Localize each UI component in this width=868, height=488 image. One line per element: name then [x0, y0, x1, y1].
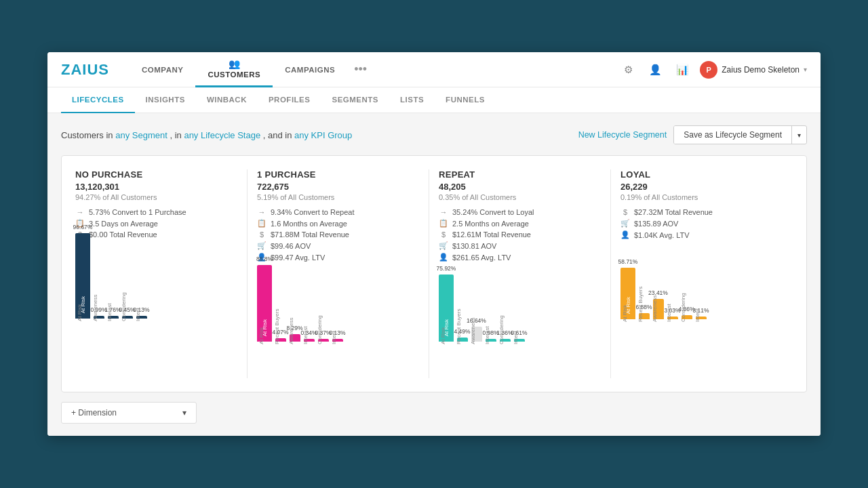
filter-mid1: , in [170, 130, 184, 140]
stat-text: 2.5 Months on Average [452, 220, 529, 228]
stat-icon: 👤 [620, 230, 630, 239]
bar-group-awareness: 16.64%Awareness [471, 327, 482, 378]
stat-icon: → [257, 208, 267, 216]
bar-label-0: At Risk [622, 288, 628, 322]
stat-text: $261.65 Avg. LTV [452, 253, 511, 262]
bar-group-interest: 0.98%Interest [485, 339, 496, 378]
bar-label-2: Interest [106, 287, 113, 321]
chart-icon[interactable]: 📊 [673, 60, 692, 79]
cards-row: NO PURCHASE13,120,30194.27% of All Custo… [61, 155, 807, 392]
filter-prefix: Customers in [61, 130, 115, 140]
dimension-bar: + Dimension ▾ [61, 402, 807, 424]
user-avatar: P [700, 61, 717, 79]
bar-label-4: Considering [317, 310, 323, 344]
content-area: Customers in any Segment , in any Lifecy… [47, 113, 821, 436]
card-title-loyal: LOYAL [620, 169, 793, 180]
save-segment-btn: Save as Lifecycle Segment ▾ [673, 125, 807, 144]
gear-icon[interactable]: ⚙ [618, 60, 637, 79]
chart-no-purchase: 96.67%At RiskAt Risk0.99%Awareness1.76%I… [75, 247, 236, 355]
dimension-label: + Dimension [71, 408, 117, 418]
bar-group-interest: 3.03%Interest [667, 317, 678, 356]
nav-item-campaigns[interactable]: CAMPAIGNS [273, 52, 347, 87]
bar-group-at-risk: 86.8%At RiskAt Risk [257, 265, 272, 378]
nav-items: COMPANY 👥 CUSTOMERS CAMPAIGNS ••• [130, 52, 618, 87]
bar-group-intent: 3.11%Intent [695, 317, 707, 356]
stat-text: $130.81 AOV [452, 242, 496, 250]
stat-text: 35.24% Convert to Loyal [452, 208, 534, 216]
stat-text: 1.6 Months on Average [271, 220, 347, 228]
sub-nav-lists[interactable]: LISTS [389, 87, 435, 113]
logo: ZAIUS [61, 61, 109, 79]
bar-label-4: Considering [680, 288, 686, 322]
stat-icon: → [75, 208, 85, 216]
bar-group-recent-buyers: 4.49%Recent Buyers [456, 338, 468, 378]
stat-icon: 🛒 [439, 241, 448, 250]
bar-group-considering: 0.45%Considering [121, 316, 133, 355]
app-background: ZAIUS COMPANY 👥 CUSTOMERS CAMPAIGNS ••• … [0, 0, 868, 488]
card-one-purchase: 1 PURCHASE722,6755.19% of All Customers→… [257, 169, 429, 378]
save-segment-caret-button[interactable]: ▾ [792, 127, 806, 143]
bar-label-2: Awareness [470, 310, 476, 344]
nav-more-button[interactable]: ••• [347, 62, 374, 77]
card-stats-no-purchase: →5.73% Convert to 1 Purchase📋3.5 Days on… [75, 208, 236, 239]
save-segment-main-button[interactable]: Save as Lifecycle Segment [674, 126, 792, 144]
stat-row-one-purchase-2: $$71.88M Total Revenue [257, 230, 418, 239]
stat-text: $99.47 Avg. LTV [271, 253, 325, 262]
stat-row-one-purchase-0: →9.34% Convert to Repeat [257, 208, 418, 216]
sub-nav-funnels[interactable]: FUNNELS [435, 87, 496, 113]
card-count-one-purchase: 722,675 [257, 182, 418, 192]
card-pct-loyal: 0.19% of All Customers [620, 193, 793, 201]
bar-label-1: Awareness [92, 287, 98, 321]
stat-row-repeat-4: 👤$261.65 Avg. LTV [439, 253, 599, 262]
stat-icon: 📋 [439, 219, 448, 228]
bar-group-at-risk: 58.71%At RiskAt Risk [620, 268, 635, 356]
nav-right: ⚙ 👤 📊 P Zaius Demo Skeleton ▾ [618, 60, 807, 79]
stat-row-no-purchase-1: 📋3.5 Days on Average [75, 219, 236, 228]
sub-nav-lifecycles[interactable]: LIFECYCLES [61, 87, 135, 113]
stat-text: 3.5 Days on Average [89, 220, 158, 228]
card-pct-one-purchase: 5.19% of All Customers [257, 193, 418, 201]
stat-icon: 👤 [439, 253, 448, 262]
card-count-no-purchase: 13,120,301 [75, 182, 236, 192]
bar-group-intent: 0.13%Intent [332, 339, 343, 378]
stat-text: $99.46 AOV [271, 242, 311, 250]
bar-label-3: Interest [666, 288, 672, 322]
nav-item-company[interactable]: COMPANY [130, 52, 195, 87]
user-name: Zaius Demo Skeleton [722, 65, 800, 75]
bar-label-0: At Risk [77, 287, 83, 321]
stat-row-no-purchase-0: →5.73% Convert to 1 Purchase [75, 208, 236, 216]
bar-group-intent: 0.13%Intent [136, 316, 147, 355]
sub-nav-profiles[interactable]: PROFILES [258, 87, 321, 113]
bar-label-2: Awareness [288, 310, 294, 344]
bar-label-3: Interest [302, 310, 309, 344]
card-count-repeat: 48,205 [439, 182, 599, 192]
stage-filter-link[interactable]: any Lifecycle Stage [184, 130, 260, 140]
bar-pct-label: 75.92% [437, 265, 456, 272]
kpi-filter-link[interactable]: any KPI Group [294, 130, 352, 140]
new-lifecycle-segment-link[interactable]: New Lifecycle Segment [578, 130, 667, 140]
top-nav: ZAIUS COMPANY 👥 CUSTOMERS CAMPAIGNS ••• … [47, 52, 821, 87]
dimension-button[interactable]: + Dimension ▾ [61, 402, 197, 424]
sub-nav: LIFECYCLES INSIGHTS WINBACK PROFILES SEG… [47, 87, 821, 113]
sub-nav-winback[interactable]: WINBACK [196, 87, 258, 113]
bar-pct-label: 58.71% [618, 258, 638, 265]
card-stats-repeat: →35.24% Convert to Loyal📋2.5 Months on A… [439, 208, 599, 262]
bar-group-awareness: 23.41%Awareness [652, 299, 664, 356]
stat-row-repeat-3: 🛒$130.81 AOV [439, 241, 599, 250]
bar-pct-label: 86.8% [256, 256, 273, 262]
stat-icon: 🛒 [620, 219, 630, 228]
card-pct-no-purchase: 94.27% of All Customers [75, 193, 236, 201]
card-title-one-purchase: 1 PURCHASE [257, 169, 418, 180]
stat-text: $71.88M Total Revenue [271, 230, 349, 239]
bar-group-awareness: 0.99%Awareness [93, 316, 104, 355]
card-stats-loyal: $$27.32M Total Revenue🛒$135.89 AOV👤$1.04… [620, 208, 793, 239]
bar-label-3: Considering [121, 287, 127, 321]
user-badge[interactable]: P Zaius Demo Skeleton ▾ [700, 61, 807, 79]
segment-filter-link[interactable]: any Segment [115, 130, 167, 140]
sub-nav-insights[interactable]: INSIGHTS [135, 87, 196, 113]
sub-nav-segments[interactable]: SEGMENTS [321, 87, 389, 113]
people-icon[interactable]: 👤 [646, 60, 665, 79]
nav-item-customers[interactable]: 👥 CUSTOMERS [195, 52, 273, 87]
campaigns-label: CAMPAIGNS [285, 66, 335, 74]
stat-text: 9.34% Convert to Repeat [271, 208, 355, 216]
